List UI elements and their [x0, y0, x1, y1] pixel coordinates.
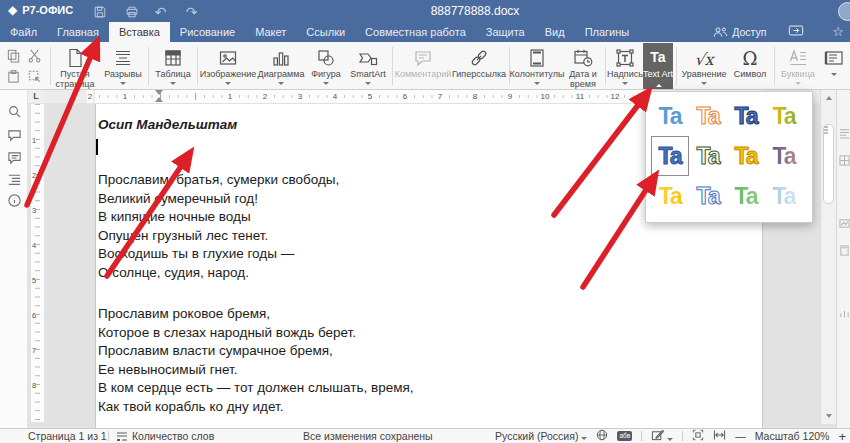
hyperlink-button[interactable]: Гиперссылка	[451, 43, 507, 89]
tab-insert[interactable]: Вставка	[109, 22, 170, 42]
tab-view[interactable]: Вид	[535, 22, 575, 42]
textart-style-2[interactable]: Ta	[689, 96, 727, 136]
word-count-icon	[116, 431, 128, 442]
language-selector[interactable]: Русский (Россия)	[495, 430, 587, 442]
word-count-button[interactable]	[116, 429, 128, 443]
triangle-down-icon	[826, 414, 832, 418]
diamond-logo-icon: ◆	[8, 4, 17, 16]
document-text-line: Прославим роковое бремя,	[98, 305, 414, 324]
zoom-out-button[interactable]: —	[735, 430, 746, 442]
fit-width-button[interactable]	[713, 429, 726, 443]
favorite-button[interactable]: ☆	[832, 23, 844, 41]
shape-button[interactable]: Фигура	[306, 43, 346, 89]
textart-style-10[interactable]: Ta	[689, 176, 727, 216]
chat-panel-button[interactable]	[7, 150, 22, 165]
scroll-down-button[interactable]	[822, 409, 836, 422]
textart-style-1[interactable]: Ta	[651, 96, 689, 136]
zoom-in-button[interactable]: +	[838, 429, 846, 443]
navigation-panel-button[interactable]	[7, 172, 22, 187]
stanza-2: Прославим роковое бремя,Которое в слезах…	[98, 305, 414, 416]
title-bar: ◆ Р7-ОФИС ↶ ↷ 888778888.docx	[0, 0, 850, 22]
about-button[interactable]	[7, 193, 22, 208]
tab-home[interactable]: Главная	[47, 22, 109, 42]
fit-page-button[interactable]	[692, 429, 704, 443]
textart-style-11[interactable]: Ta	[727, 176, 765, 216]
symbol-icon: Ω	[743, 45, 758, 69]
chart-button[interactable]: Диаграмма	[256, 43, 306, 89]
search-button[interactable]	[7, 104, 22, 119]
textart-style-12[interactable]: Ta	[765, 176, 803, 216]
track-changes-button[interactable]	[651, 429, 673, 443]
spellcheck-toggle[interactable]: абв	[617, 431, 632, 441]
document-text-line: Прославим власти сумрачное бремя,	[98, 342, 414, 361]
textart-style-9[interactable]: Ta	[651, 176, 689, 216]
cut-button[interactable]	[24, 45, 44, 65]
document-text-line: О солнце, судия, народ.	[98, 264, 339, 283]
document-text-line: Опущен грузный лес тенет.	[98, 227, 339, 246]
open-file-location-button[interactable]	[788, 23, 804, 41]
textart-style-6[interactable]: Ta	[689, 136, 727, 176]
indent-marker[interactable]	[155, 90, 164, 103]
star-icon: ☆	[832, 24, 844, 39]
word-count-label[interactable]: Количество слов	[132, 429, 214, 443]
tab-layout[interactable]: Макет	[245, 22, 296, 42]
cut-icon	[27, 48, 42, 63]
textart-style-4[interactable]: Ta	[765, 96, 803, 136]
textart-style-8[interactable]: Ta	[765, 136, 803, 176]
tab-references[interactable]: Ссылки	[296, 22, 355, 42]
textart-style-7[interactable]: Ta	[727, 136, 765, 176]
breaks-button[interactable]: Разрывы	[100, 43, 146, 89]
headers-footers-button[interactable]: Колонтитулы	[512, 43, 562, 89]
caret-down-icon	[581, 437, 587, 440]
select-button[interactable]	[24, 66, 44, 86]
chart-icon	[270, 45, 292, 69]
blank-page-button[interactable]: Пустая страница	[52, 43, 98, 89]
review-icon	[651, 429, 664, 441]
table-settings-button[interactable]	[839, 152, 850, 163]
tab-collaboration[interactable]: Совместная работа	[355, 22, 476, 42]
textart-style-3[interactable]: Ta	[727, 96, 765, 136]
image-icon	[217, 45, 239, 69]
textart-button[interactable]: Ta Text Art	[643, 43, 673, 89]
user-avatar[interactable]	[838, 2, 850, 21]
document-text-line: В кипящие ночные воды	[98, 208, 339, 227]
dropcap-button[interactable]: Буквица	[777, 43, 819, 89]
comments-panel-button[interactable]	[7, 128, 22, 143]
smartart-button[interactable]: SmartArt	[346, 43, 390, 89]
headerfooter-settings-button[interactable]	[839, 242, 850, 253]
copy-button[interactable]	[3, 45, 23, 65]
tab-protection[interactable]: Защита	[476, 22, 535, 42]
document-text-line: Ее невыносимый гнет.	[98, 361, 414, 380]
content-controls-button[interactable]	[820, 43, 848, 89]
page-number-indicator[interactable]: Страница 1 из 1	[28, 429, 107, 443]
comment-button[interactable]: Комментарий	[395, 43, 451, 89]
scrollbar-thumb[interactable]	[823, 124, 834, 204]
print-icon	[125, 5, 139, 19]
tab-plugins[interactable]: Плагины	[575, 22, 640, 42]
tab-stop-selector[interactable]: L	[28, 90, 44, 103]
textart-style-5-selected[interactable]: Ta	[651, 136, 689, 176]
paste-button[interactable]	[3, 66, 23, 86]
image-settings-button[interactable]	[839, 215, 850, 226]
undo-button[interactable]: ↶	[152, 3, 169, 20]
datetime-button[interactable]: Дата и время	[562, 43, 604, 89]
print-button[interactable]	[123, 3, 140, 20]
symbol-button[interactable]: Ω Символ	[729, 43, 771, 89]
set-language-button[interactable]	[596, 429, 608, 443]
table-icon	[162, 45, 184, 69]
image-button[interactable]: Изображение	[200, 43, 256, 89]
redo-button[interactable]: ↷	[183, 3, 200, 20]
access-button[interactable]: Доступ	[713, 26, 766, 38]
scroll-up-button[interactable]	[822, 91, 836, 104]
table-button[interactable]: Таблица	[151, 43, 195, 89]
save-button[interactable]	[91, 3, 108, 20]
document-text-line: Великий сумеречный год!	[98, 190, 339, 209]
textbox-button[interactable]: Надпись	[607, 43, 643, 89]
vertical-scrollbar[interactable]	[820, 90, 836, 424]
insert-toolbar: Пустая страница Разрывы Таблица Изображе…	[0, 42, 850, 90]
paragraph-settings-button[interactable]	[839, 125, 850, 136]
tab-file[interactable]: Файл	[0, 22, 47, 42]
chart-settings-button[interactable]	[839, 305, 850, 316]
equation-button[interactable]: √x Уравнение	[679, 43, 729, 89]
tab-draw[interactable]: Рисование	[170, 22, 245, 42]
